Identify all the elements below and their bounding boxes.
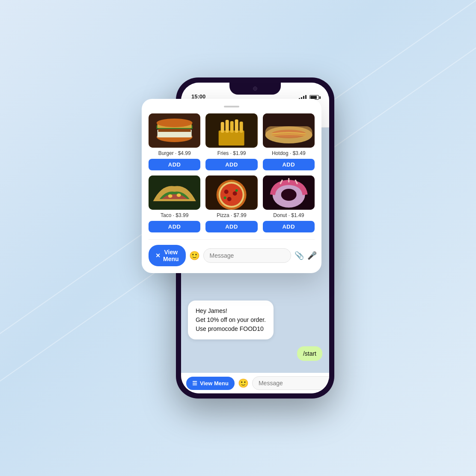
food-item-hotdog: Hotdog · $3.49 ADD: [263, 113, 315, 170]
phone-mockup: 15:00 ← 🍜 Foo: [176, 77, 334, 399]
add-pizza-button[interactable]: ADD: [205, 221, 257, 232]
svg-rect-14: [235, 119, 238, 133]
promo-message-bubble: Hey James!Get 10% off on your order.Use …: [188, 300, 274, 339]
burger-image: [149, 113, 200, 148]
add-taco-button[interactable]: ADD: [149, 221, 200, 232]
food-item-burger: Burger · $4.99 ADD: [149, 113, 200, 170]
fries-image: [205, 113, 257, 148]
svg-rect-11: [221, 122, 224, 133]
card-x-icon: ✕: [155, 252, 161, 259]
add-burger-button[interactable]: ADD: [149, 159, 200, 170]
card-message-input[interactable]: [203, 248, 291, 263]
start-command-bubble: /start: [297, 346, 322, 361]
svg-rect-20: [265, 126, 312, 138]
card-view-menu-label: View Menu: [163, 249, 179, 262]
promo-text: Hey James!Get 10% off on your order.Use …: [196, 306, 266, 333]
notch: [229, 83, 281, 95]
view-menu-label: View Menu: [200, 380, 229, 387]
svg-point-35: [281, 189, 296, 201]
donut-image: [263, 176, 315, 210]
svg-rect-12: [226, 120, 229, 133]
svg-point-31: [235, 189, 238, 192]
card-view-menu-button[interactable]: ✕ View Menu: [149, 245, 186, 266]
svg-rect-10: [219, 131, 244, 146]
svg-rect-13: [230, 121, 234, 133]
add-donut-button[interactable]: ADD: [263, 221, 315, 232]
taco-image: [149, 176, 200, 210]
svg-point-30: [227, 197, 232, 201]
food-grid: Burger · $4.99 ADD Fries · $1.9: [149, 113, 315, 232]
add-fries-button[interactable]: ADD: [205, 159, 257, 170]
start-command-text: /start: [303, 350, 316, 357]
food-item-pizza: Pizza · $7.99 ADD: [205, 176, 257, 232]
food-item-taco: Taco · $3.99 ADD: [149, 176, 200, 232]
hotdog-name: Hotdog · $3.49: [272, 150, 306, 156]
drag-handle: [224, 106, 239, 107]
fries-name: Fries · $1.99: [217, 150, 246, 156]
pizza-name: Pizza · $7.99: [217, 212, 246, 218]
svg-point-28: [224, 190, 229, 194]
svg-point-22: [168, 194, 173, 198]
card-attachment-icon[interactable]: 📎: [295, 251, 304, 260]
taco-name: Taco · $3.99: [161, 212, 188, 218]
card-emoji-icon: 🙂: [189, 250, 200, 261]
svg-point-8: [157, 119, 193, 127]
view-menu-button[interactable]: ☰ View Menu: [186, 377, 235, 390]
message-input[interactable]: [252, 376, 329, 390]
pizza-image: [205, 176, 257, 210]
svg-rect-15: [240, 122, 243, 133]
card-input-bar: ✕ View Menu 🙂 📎 🎤: [149, 239, 315, 266]
food-item-fries: Fries · $1.99 ADD: [205, 113, 257, 170]
menu-icon: ☰: [192, 380, 197, 387]
food-item-donut: Donut · $1.49 ADD: [263, 176, 315, 232]
card-microphone-icon[interactable]: 🎤: [307, 251, 317, 260]
add-hotdog-button[interactable]: ADD: [263, 159, 315, 170]
svg-point-23: [177, 193, 181, 197]
donut-name: Donut · $1.49: [273, 212, 304, 218]
chat-input-bar: ☰ View Menu 🙂 📎 🎤: [181, 373, 329, 393]
food-menu-card: Burger · $4.99 ADD Fries · $1.9: [142, 99, 321, 273]
emoji-icon: 🙂: [238, 378, 249, 388]
burger-name: Burger · $4.99: [158, 150, 191, 156]
camera: [253, 86, 257, 91]
svg-point-27: [220, 184, 243, 206]
hotdog-image: [263, 113, 315, 148]
svg-point-32: [224, 196, 226, 199]
svg-point-29: [233, 191, 237, 196]
